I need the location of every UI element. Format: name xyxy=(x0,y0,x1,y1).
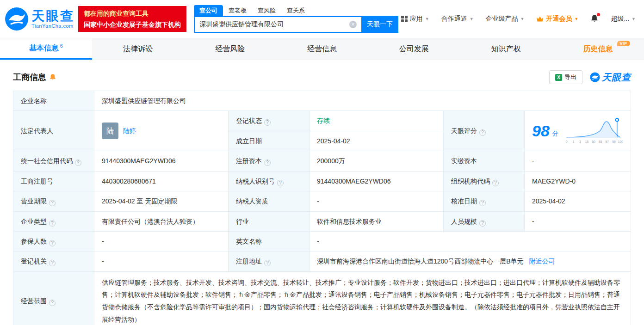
apps-grid-icon xyxy=(401,16,408,22)
info-icon[interactable]: ? xyxy=(49,200,56,206)
watermark-logo: 天眼查 xyxy=(590,71,631,84)
search-tab-risk[interactable]: 查风险 xyxy=(252,5,281,16)
tab-company-development-label: 公司发展 xyxy=(399,44,429,54)
svg-text:99: 99 xyxy=(612,140,616,143)
info-icon[interactable]: ? xyxy=(49,220,56,227)
nav-cooperation[interactable]: 合作通道 ▼ xyxy=(441,15,474,23)
label-business-scope-text: 经营范围 xyxy=(21,297,47,305)
value-taxpayer-id: 91440300MAEG2YWD06 xyxy=(310,171,444,191)
info-icon[interactable]: ? xyxy=(492,180,499,186)
score-chart: 0 1 3 15 50 85 97 99 100 xyxy=(564,116,623,146)
nav-cooperation-label: 合作通道 xyxy=(441,15,467,23)
export-button[interactable]: X 导出 xyxy=(549,70,582,84)
label-reg-capital: 注册资本? xyxy=(229,151,310,171)
label-reg-address-text: 注册地址 xyxy=(236,258,262,265)
tianyancha-logo[interactable]: 天眼查 TianYanCha.com xyxy=(5,7,74,31)
main-content: 工商信息 X 导出 天眼查 xyxy=(0,70,644,325)
table-row: 经营范围? 供应链管理服务；技术服务、技术开发、技术咨询、技术交流、技术转让、技… xyxy=(13,271,631,325)
tab-company-development[interactable]: 公司发展 xyxy=(368,38,460,60)
promo-line2: 国家中小企业发展子基金旗下机构 xyxy=(84,19,181,30)
score-unit: 分 xyxy=(552,129,558,139)
info-icon[interactable]: ? xyxy=(479,200,486,206)
info-icon[interactable]: ? xyxy=(49,240,56,246)
reg-address-text: 深圳市前海深港合作区南山街道怡海大道1200号西部物流中心一层B单元 xyxy=(317,258,523,265)
tab-operating-risk[interactable]: 经营风险 xyxy=(184,38,276,60)
logo-title: 天眼查 xyxy=(31,9,74,24)
top-header: 天眼查 TianYanCha.com 都在用的商业查询工具 国家中小企业发展子基… xyxy=(0,0,644,38)
tab-intellectual-property[interactable]: 知识产权 xyxy=(460,38,552,60)
value-reg-number: 440300280680671 xyxy=(94,171,229,191)
search-tab-company[interactable]: 查公司 xyxy=(194,5,223,16)
info-icon[interactable]: ? xyxy=(49,300,56,306)
top-nav: 应用 ▼ 合作通道 ▼ 企业级产品 ▼ 开通会员 ▼ 超级... ▼ xyxy=(401,14,636,24)
tab-history-info[interactable]: 历史信息 VIP xyxy=(552,38,644,60)
search-button[interactable]: 天眼一下 xyxy=(361,16,398,33)
score-number: 98 xyxy=(532,123,550,139)
label-org-code: 组织机构代码? xyxy=(444,171,525,191)
chevron-down-icon: ▼ xyxy=(425,17,429,21)
table-row: 登记机关? - 注册地址? 深圳市前海深港合作区南山街道怡海大道1200号西部物… xyxy=(13,251,631,271)
label-insured-text: 参保人数 xyxy=(21,238,47,245)
label-reg-authority: 登记机关? xyxy=(13,251,94,271)
label-taxpayer-quality: 纳税人资质 xyxy=(229,191,310,211)
info-icon[interactable]: ? xyxy=(49,260,56,266)
search-input[interactable] xyxy=(195,17,361,32)
value-approval-date: 2025-04-02 xyxy=(525,191,631,211)
info-icon[interactable]: ? xyxy=(264,119,271,126)
tab-intellectual-property-label: 知识产权 xyxy=(491,44,521,54)
value-reg-capital: 200000万 xyxy=(310,151,444,171)
info-icon[interactable]: ? xyxy=(264,260,271,266)
search-tab-relation[interactable]: 查关系 xyxy=(281,5,310,16)
search-tab-boss[interactable]: 查老板 xyxy=(223,5,252,16)
svg-text:97: 97 xyxy=(606,140,609,143)
section-header: 工商信息 X 导出 天眼查 xyxy=(13,70,631,84)
label-reg-status: 登记状态? xyxy=(229,111,310,131)
user-menu[interactable]: 超级... ▼ xyxy=(611,15,636,23)
clear-search-icon[interactable]: × xyxy=(349,21,357,28)
tab-basic-info-count: 6 xyxy=(60,43,63,49)
label-taxpayer-id: 纳税人识别号? xyxy=(229,171,310,191)
label-paid-capital: 实缴资本 xyxy=(444,151,525,171)
tab-legal-proceedings[interactable]: 法律诉讼 xyxy=(92,38,184,60)
label-english-name: 英文名称 xyxy=(229,231,310,251)
value-reg-authority: - xyxy=(94,251,229,271)
info-icon[interactable]: ? xyxy=(277,180,284,186)
search-tabs: 查公司 查老板 查风险 查关系 xyxy=(194,5,398,16)
nav-apps[interactable]: 应用 ▼ xyxy=(401,15,429,23)
value-legal-rep: 陆 陆婷 xyxy=(94,111,229,151)
value-est-date: 2025-04-02 xyxy=(310,131,444,151)
info-icon[interactable]: ? xyxy=(75,159,81,166)
label-business-scope: 经营范围? xyxy=(13,271,94,325)
notification-bell[interactable] xyxy=(590,14,599,24)
subscribe-bell-icon[interactable] xyxy=(49,74,56,81)
label-business-term: 营业期限? xyxy=(13,191,94,211)
value-taxpayer-quality: - xyxy=(310,191,444,211)
promo-line1: 都在用的商业查询工具 xyxy=(84,8,181,19)
nearby-company-link[interactable]: 附近公司 xyxy=(529,258,555,265)
label-est-date: 成立日期 xyxy=(229,131,310,151)
nav-enterprise[interactable]: 企业级产品 ▼ xyxy=(486,15,525,23)
label-reg-number: 工商注册号 xyxy=(13,171,94,191)
value-credit-code: 91440300MAEG2YWD06 xyxy=(94,151,229,171)
svg-text:3: 3 xyxy=(579,140,581,143)
value-reg-status: 存续 xyxy=(310,111,444,131)
excel-icon: X xyxy=(555,74,562,81)
value-english-name: - xyxy=(310,231,631,251)
info-icon[interactable]: ? xyxy=(264,159,271,166)
info-icon[interactable]: ? xyxy=(479,220,486,227)
business-info-table: 企业名称 深圳盛盟供应链管理有限公司 法定代表人 陆 陆婷 登记状态? 存续 天… xyxy=(13,91,631,325)
tab-operating-info[interactable]: 经营信息 xyxy=(276,38,368,60)
value-insured: - xyxy=(94,231,229,251)
label-credit-code-text: 统一社会信用代码 xyxy=(21,157,73,165)
nav-open-vip[interactable]: 开通会员 ▼ xyxy=(536,15,578,23)
label-industry: 行业 xyxy=(229,211,310,231)
promo-banner: 都在用的商业查询工具 国家中小企业发展子基金旗下机构 xyxy=(78,6,186,32)
value-business-term: 2025-04-02 至 无固定期限 xyxy=(94,191,229,211)
tab-basic-info[interactable]: 基本信息 6 xyxy=(0,38,92,60)
tianyancha-logo-icon xyxy=(5,7,29,31)
info-icon[interactable]: ? xyxy=(479,129,486,136)
legal-rep-avatar[interactable]: 陆 xyxy=(102,123,118,139)
legal-rep-link[interactable]: 陆婷 xyxy=(123,126,136,136)
label-company-type: 企业类型? xyxy=(13,211,94,231)
value-staff-size: - xyxy=(525,211,631,231)
